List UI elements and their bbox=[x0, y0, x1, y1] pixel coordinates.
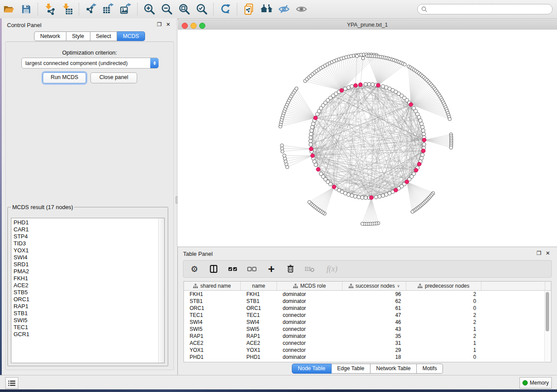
mcds-hub-node[interactable] bbox=[409, 103, 413, 107]
table-row[interactable]: TEC1TEC1connector472 bbox=[184, 312, 551, 319]
mcds-result-item[interactable]: RAP1 bbox=[11, 303, 158, 310]
tab-network[interactable]: Network bbox=[34, 31, 66, 41]
mcds-result-item[interactable]: TEC1 bbox=[11, 324, 158, 331]
mcds-result-item[interactable]: STB1 bbox=[11, 310, 158, 317]
mcds-result-item[interactable]: SRD1 bbox=[11, 261, 158, 268]
run-mcds-button[interactable]: Run MCDS bbox=[43, 72, 86, 83]
network-node[interactable] bbox=[357, 195, 360, 199]
zoom-fit-icon[interactable] bbox=[176, 2, 193, 17]
network-leaf-node[interactable] bbox=[280, 144, 284, 147]
mcds-hub-node[interactable] bbox=[314, 116, 318, 120]
show-columns-icon[interactable] bbox=[208, 263, 219, 275]
save-session-icon[interactable] bbox=[17, 2, 35, 17]
network-leaf-node[interactable] bbox=[361, 222, 364, 226]
network-node[interactable] bbox=[384, 193, 388, 196]
tab-select[interactable]: Select bbox=[90, 31, 118, 41]
export-network-icon[interactable] bbox=[82, 2, 100, 17]
mcds-hub-node[interactable] bbox=[376, 83, 380, 87]
network-node[interactable] bbox=[381, 85, 384, 88]
delete-column-icon[interactable] bbox=[285, 263, 296, 275]
import-network-icon[interactable] bbox=[41, 2, 59, 17]
network-leaf-node[interactable] bbox=[283, 154, 286, 158]
network-node[interactable] bbox=[371, 83, 374, 86]
network-node[interactable] bbox=[421, 125, 424, 129]
network-leaf-node[interactable] bbox=[411, 210, 414, 213]
mcds-result-item[interactable]: STB5 bbox=[11, 289, 158, 296]
mcds-hub-node[interactable] bbox=[309, 147, 313, 151]
zoom-selected-icon[interactable] bbox=[193, 2, 211, 17]
network-node[interactable] bbox=[422, 143, 426, 146]
open-file-icon[interactable] bbox=[0, 2, 17, 17]
network-node[interactable] bbox=[360, 196, 364, 199]
network-node[interactable] bbox=[420, 156, 423, 160]
refresh-icon[interactable] bbox=[217, 2, 234, 17]
network-node[interactable] bbox=[309, 139, 312, 143]
network-node[interactable] bbox=[309, 136, 312, 139]
float-panel-icon[interactable]: ❐ bbox=[157, 22, 162, 27]
network-node[interactable] bbox=[309, 132, 313, 136]
network-node[interactable] bbox=[381, 194, 384, 197]
network-leaf-node[interactable] bbox=[308, 200, 311, 204]
network-leaf-node[interactable] bbox=[403, 63, 407, 66]
mcds-result-item[interactable]: PHD1 bbox=[11, 219, 158, 226]
column-header-successor-nodes[interactable]: successor nodes∨ bbox=[343, 282, 406, 290]
network-node[interactable] bbox=[364, 83, 367, 86]
tab-mcds[interactable]: MCDS bbox=[117, 31, 145, 41]
add-column-icon[interactable]: + bbox=[266, 263, 277, 275]
mcds-hub-node[interactable] bbox=[316, 168, 320, 172]
hide-eye-icon[interactable] bbox=[275, 2, 293, 17]
clone-network-icon[interactable] bbox=[240, 2, 258, 17]
column-header-name[interactable]: name bbox=[241, 282, 277, 290]
close-panel-icon[interactable]: ✕ bbox=[166, 22, 170, 27]
network-node[interactable] bbox=[353, 195, 357, 198]
table-row[interactable]: SWI4SWI4dominator462 bbox=[184, 319, 551, 326]
task-history-button[interactable] bbox=[5, 377, 18, 389]
zoom-out-icon[interactable] bbox=[158, 2, 176, 17]
home-icon[interactable] bbox=[258, 2, 275, 17]
mcds-result-list[interactable]: PHD1CAR1STP4TID3YOX1SWI4SRD1PMA2FKH1ACE2… bbox=[11, 218, 165, 363]
mcds-hub-node[interactable] bbox=[422, 149, 426, 153]
show-eye-icon[interactable] bbox=[293, 2, 310, 17]
mcds-result-item[interactable]: TID3 bbox=[11, 240, 158, 247]
mcds-list-scrollbar[interactable] bbox=[158, 218, 164, 363]
mcds-result-item[interactable]: ACE2 bbox=[11, 282, 158, 289]
mcds-hub-node[interactable] bbox=[359, 83, 363, 86]
table-row[interactable]: ACE2ACE2connector311 bbox=[184, 340, 551, 347]
node-table[interactable]: shared namenameMCDS rolesuccessor nodes∨… bbox=[183, 281, 551, 362]
network-leaf-node[interactable] bbox=[450, 146, 453, 149]
mcds-hub-node[interactable] bbox=[311, 154, 315, 158]
network-node[interactable] bbox=[378, 195, 381, 198]
network-node[interactable] bbox=[311, 125, 314, 129]
network-node[interactable] bbox=[422, 132, 426, 136]
column-header-shared-name[interactable]: shared name bbox=[184, 282, 241, 290]
import-table-icon[interactable] bbox=[59, 2, 76, 17]
mcds-hub-node[interactable] bbox=[414, 168, 418, 172]
table-row[interactable]: STB1STB1dominator620 bbox=[184, 298, 551, 305]
network-leaf-node[interactable] bbox=[355, 55, 359, 58]
column-header-MCDS-role[interactable]: MCDS role bbox=[277, 282, 343, 290]
network-leaf-node[interactable] bbox=[448, 117, 452, 121]
network-canvas[interactable] bbox=[178, 30, 557, 247]
mcds-result-item[interactable]: GCR1 bbox=[11, 331, 158, 338]
network-leaf-node[interactable] bbox=[295, 87, 298, 90]
mcds-hub-node[interactable] bbox=[353, 83, 357, 87]
mcds-hub-node[interactable] bbox=[422, 138, 426, 142]
select-all-columns-icon[interactable] bbox=[227, 263, 239, 275]
network-graph[interactable] bbox=[178, 30, 557, 245]
table-row[interactable]: RAP1RAP1dominator352 bbox=[184, 333, 551, 340]
tab-node-table[interactable]: Node Table bbox=[292, 364, 332, 374]
export-table-icon[interactable] bbox=[100, 2, 117, 17]
mcds-result-item[interactable]: PMA2 bbox=[11, 268, 158, 275]
column-header-predecessor-nodes[interactable]: predecessor nodes bbox=[406, 282, 481, 290]
mcds-hub-node[interactable] bbox=[339, 89, 343, 93]
table-row[interactable]: ORC1ORC1dominator610 bbox=[184, 305, 551, 312]
mcds-result-item[interactable]: FKH1 bbox=[11, 275, 158, 282]
mcds-hub-node[interactable] bbox=[332, 185, 336, 189]
mcds-result-item[interactable]: SWI5 bbox=[11, 317, 158, 324]
criterion-select[interactable]: largest connected component (undirected) bbox=[21, 58, 159, 69]
mcds-result-item[interactable]: SWI4 bbox=[11, 254, 158, 261]
table-row[interactable]: YOX1YOX1connector291 bbox=[184, 347, 551, 354]
memory-button[interactable]: Memory bbox=[519, 377, 552, 389]
network-node[interactable] bbox=[347, 86, 350, 89]
close-table-panel-icon[interactable]: ✕ bbox=[546, 251, 550, 256]
